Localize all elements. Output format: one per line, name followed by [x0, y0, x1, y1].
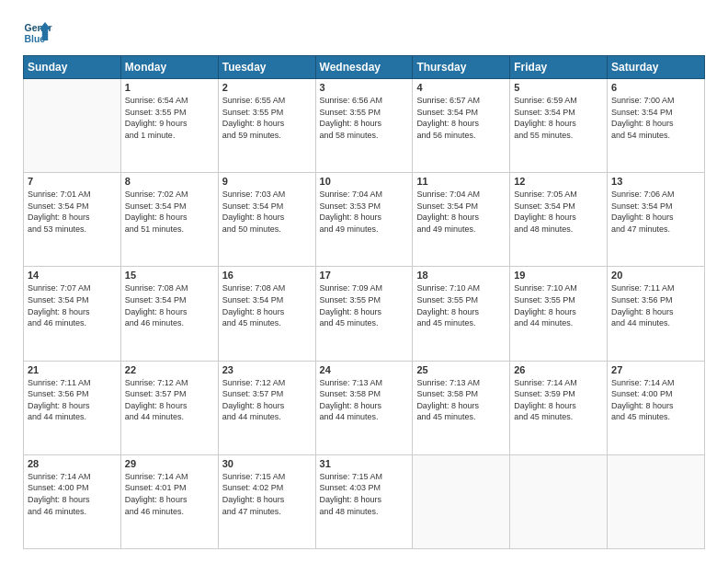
day-info: Sunrise: 7:12 AMSunset: 3:57 PMDaylight:… [125, 377, 214, 423]
logo: General Blue [23, 18, 52, 48]
calendar-header-saturday: Saturday [608, 56, 705, 79]
calendar-cell: 14Sunrise: 7:07 AMSunset: 3:54 PMDayligh… [24, 267, 121, 361]
day-number: 20 [611, 270, 700, 281]
day-info: Sunrise: 7:10 AMSunset: 3:55 PMDaylight:… [514, 282, 603, 328]
calendar-cell [413, 454, 510, 548]
day-info: Sunrise: 7:04 AMSunset: 3:53 PMDaylight:… [320, 189, 409, 235]
page-header: General Blue [23, 18, 705, 48]
calendar-cell: 19Sunrise: 7:10 AMSunset: 3:55 PMDayligh… [510, 267, 608, 361]
day-info: Sunrise: 7:01 AMSunset: 3:54 PMDaylight:… [28, 189, 117, 235]
day-info: Sunrise: 7:15 AMSunset: 4:03 PMDaylight:… [320, 471, 409, 517]
calendar-cell: 16Sunrise: 7:08 AMSunset: 3:54 PMDayligh… [218, 267, 315, 361]
day-number: 10 [320, 176, 409, 187]
day-number: 25 [416, 364, 506, 375]
calendar-cell: 5Sunrise: 6:59 AMSunset: 3:54 PMDaylight… [510, 79, 608, 173]
day-info: Sunrise: 7:03 AMSunset: 3:54 PMDaylight:… [222, 189, 312, 235]
day-number: 7 [28, 176, 117, 187]
calendar-cell: 22Sunrise: 7:12 AMSunset: 3:57 PMDayligh… [120, 361, 218, 454]
calendar-cell: 27Sunrise: 7:14 AMSunset: 4:00 PMDayligh… [608, 361, 705, 454]
calendar-cell: 11Sunrise: 7:04 AMSunset: 3:54 PMDayligh… [413, 173, 510, 267]
day-info: Sunrise: 7:04 AMSunset: 3:54 PMDaylight:… [416, 189, 506, 235]
calendar-cell: 12Sunrise: 7:05 AMSunset: 3:54 PMDayligh… [510, 173, 608, 267]
calendar-cell: 18Sunrise: 7:10 AMSunset: 3:55 PMDayligh… [413, 267, 510, 361]
calendar-cell: 15Sunrise: 7:08 AMSunset: 3:54 PMDayligh… [120, 267, 218, 361]
calendar-cell: 23Sunrise: 7:12 AMSunset: 3:57 PMDayligh… [218, 361, 315, 454]
day-number: 14 [28, 270, 117, 281]
day-number: 11 [416, 176, 506, 187]
calendar-cell: 1Sunrise: 6:54 AMSunset: 3:55 PMDaylight… [120, 79, 218, 173]
calendar-cell: 29Sunrise: 7:14 AMSunset: 4:01 PMDayligh… [120, 454, 218, 548]
day-info: Sunrise: 6:54 AMSunset: 3:55 PMDaylight:… [125, 95, 214, 141]
calendar-cell: 28Sunrise: 7:14 AMSunset: 4:00 PMDayligh… [24, 454, 121, 548]
day-info: Sunrise: 7:08 AMSunset: 3:54 PMDaylight:… [222, 282, 312, 328]
calendar-cell: 24Sunrise: 7:13 AMSunset: 3:58 PMDayligh… [315, 361, 413, 454]
day-number: 12 [514, 176, 603, 187]
day-info: Sunrise: 7:00 AMSunset: 3:54 PMDaylight:… [611, 95, 700, 141]
calendar-cell: 10Sunrise: 7:04 AMSunset: 3:53 PMDayligh… [315, 173, 413, 267]
day-number: 6 [611, 82, 700, 93]
day-number: 27 [611, 364, 700, 375]
calendar-header-tuesday: Tuesday [218, 56, 315, 79]
calendar-cell: 4Sunrise: 6:57 AMSunset: 3:54 PMDaylight… [413, 79, 510, 173]
day-number: 16 [222, 270, 312, 281]
day-number: 2 [222, 82, 312, 93]
calendar-cell [24, 79, 121, 173]
day-number: 21 [28, 364, 117, 375]
calendar-cell: 25Sunrise: 7:13 AMSunset: 3:58 PMDayligh… [413, 361, 510, 454]
calendar-cell: 30Sunrise: 7:15 AMSunset: 4:02 PMDayligh… [218, 454, 315, 548]
day-number: 13 [611, 176, 700, 187]
calendar-header-row: SundayMondayTuesdayWednesdayThursdayFrid… [24, 56, 705, 79]
calendar-week-row: 1Sunrise: 6:54 AMSunset: 3:55 PMDaylight… [24, 79, 705, 173]
day-number: 1 [125, 82, 214, 93]
calendar-cell: 20Sunrise: 7:11 AMSunset: 3:56 PMDayligh… [608, 267, 705, 361]
calendar-week-row: 7Sunrise: 7:01 AMSunset: 3:54 PMDaylight… [24, 173, 705, 267]
day-info: Sunrise: 7:02 AMSunset: 3:54 PMDaylight:… [125, 189, 214, 235]
day-info: Sunrise: 7:14 AMSunset: 4:00 PMDaylight:… [28, 471, 117, 517]
calendar-week-row: 21Sunrise: 7:11 AMSunset: 3:56 PMDayligh… [24, 361, 705, 454]
day-info: Sunrise: 7:08 AMSunset: 3:54 PMDaylight:… [125, 282, 214, 328]
day-info: Sunrise: 7:06 AMSunset: 3:54 PMDaylight:… [611, 189, 700, 235]
day-info: Sunrise: 7:05 AMSunset: 3:54 PMDaylight:… [514, 189, 603, 235]
day-number: 18 [416, 270, 506, 281]
calendar-cell: 2Sunrise: 6:55 AMSunset: 3:55 PMDaylight… [218, 79, 315, 173]
day-info: Sunrise: 7:13 AMSunset: 3:58 PMDaylight:… [320, 377, 409, 423]
day-number: 8 [125, 176, 214, 187]
day-info: Sunrise: 7:11 AMSunset: 3:56 PMDaylight:… [611, 282, 700, 328]
day-number: 4 [416, 82, 506, 93]
day-info: Sunrise: 6:55 AMSunset: 3:55 PMDaylight:… [222, 95, 312, 141]
calendar-cell [608, 454, 705, 548]
calendar-cell: 3Sunrise: 6:56 AMSunset: 3:55 PMDaylight… [315, 79, 413, 173]
calendar-cell: 26Sunrise: 7:14 AMSunset: 3:59 PMDayligh… [510, 361, 608, 454]
calendar-header-friday: Friday [510, 56, 608, 79]
day-info: Sunrise: 7:09 AMSunset: 3:55 PMDaylight:… [320, 282, 409, 328]
day-number: 28 [28, 458, 117, 469]
calendar-week-row: 28Sunrise: 7:14 AMSunset: 4:00 PMDayligh… [24, 454, 705, 548]
day-number: 22 [125, 364, 214, 375]
day-number: 5 [514, 82, 603, 93]
calendar-cell: 9Sunrise: 7:03 AMSunset: 3:54 PMDaylight… [218, 173, 315, 267]
calendar-header-thursday: Thursday [413, 56, 510, 79]
day-info: Sunrise: 6:59 AMSunset: 3:54 PMDaylight:… [514, 95, 603, 141]
day-info: Sunrise: 7:07 AMSunset: 3:54 PMDaylight:… [28, 282, 117, 328]
day-number: 15 [125, 270, 214, 281]
day-info: Sunrise: 6:56 AMSunset: 3:55 PMDaylight:… [320, 95, 409, 141]
day-info: Sunrise: 7:10 AMSunset: 3:55 PMDaylight:… [416, 282, 506, 328]
day-number: 19 [514, 270, 603, 281]
day-number: 24 [320, 364, 409, 375]
calendar-cell: 13Sunrise: 7:06 AMSunset: 3:54 PMDayligh… [608, 173, 705, 267]
day-number: 23 [222, 364, 312, 375]
day-number: 31 [320, 458, 409, 469]
calendar-cell: 8Sunrise: 7:02 AMSunset: 3:54 PMDaylight… [120, 173, 218, 267]
day-info: Sunrise: 7:14 AMSunset: 3:59 PMDaylight:… [514, 377, 603, 423]
calendar-cell [510, 454, 608, 548]
day-info: Sunrise: 7:12 AMSunset: 3:57 PMDaylight:… [222, 377, 312, 423]
logo-icon: General Blue [23, 18, 52, 48]
day-info: Sunrise: 7:15 AMSunset: 4:02 PMDaylight:… [222, 471, 312, 517]
day-info: Sunrise: 7:11 AMSunset: 3:56 PMDaylight:… [28, 377, 117, 423]
day-number: 29 [125, 458, 214, 469]
day-number: 3 [320, 82, 409, 93]
day-number: 17 [320, 270, 409, 281]
calendar-cell: 7Sunrise: 7:01 AMSunset: 3:54 PMDaylight… [24, 173, 121, 267]
calendar-cell: 6Sunrise: 7:00 AMSunset: 3:54 PMDaylight… [608, 79, 705, 173]
calendar-header-monday: Monday [120, 56, 218, 79]
